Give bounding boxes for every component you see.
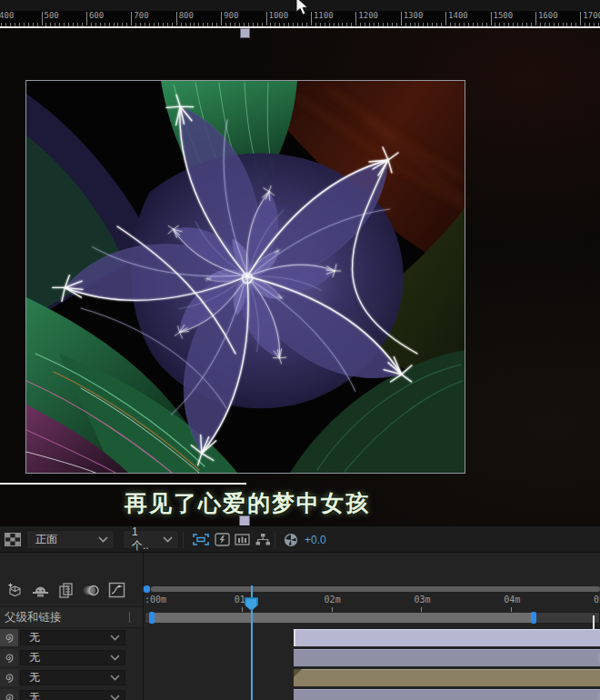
view-popup-value: 正面	[35, 532, 57, 547]
pickwhip-icon[interactable]	[0, 689, 18, 700]
parent-link-header: 父级和链接	[0, 606, 143, 628]
chevron-down-icon	[110, 695, 120, 700]
pickwhip-icon[interactable]	[0, 669, 18, 686]
region-of-interest-icon	[192, 533, 210, 546]
layer-row: 无	[0, 629, 143, 646]
view-popup[interactable]: 正面	[26, 530, 115, 549]
parent-dropdown[interactable]: 无	[20, 690, 125, 700]
mouse-cursor-icon	[292, 0, 308, 21]
parent-dropdown[interactable]: 无	[20, 630, 125, 645]
layer-bar[interactable]	[294, 629, 600, 646]
view-layout-popup[interactable]: 1 个..	[123, 530, 179, 549]
time-ruler[interactable]: :00m01m02m03m04m05	[143, 592, 600, 612]
chevron-down-icon	[110, 635, 120, 641]
work-area-end-handle[interactable]	[531, 612, 536, 624]
comp-end-marker	[593, 615, 595, 629]
composition-flowchart-button[interactable]	[255, 530, 271, 550]
toolbar-separator	[183, 532, 184, 548]
layer-bar[interactable]	[294, 669, 600, 686]
draft-3d-icon[interactable]	[5, 581, 25, 599]
flowchart-icon	[255, 533, 271, 546]
work-area-start-handle[interactable]	[149, 612, 155, 624]
layer-bar[interactable]	[294, 689, 600, 700]
pickwhip-icon[interactable]	[0, 629, 18, 646]
composition-viewer[interactable]: 再见了心爱的梦中女孩	[0, 28, 600, 525]
fractal-flower-image	[26, 81, 465, 473]
layer-row: 无	[0, 689, 143, 700]
timeline-right-pane: :00m01m02m03m04m05	[143, 553, 600, 700]
layout-popup-value: 1 个..	[132, 525, 157, 554]
work-area-bar[interactable]	[151, 612, 536, 624]
column-divider[interactable]	[129, 612, 130, 623]
fast-previews-button[interactable]	[215, 530, 230, 550]
timeline-toolbar	[2, 579, 126, 601]
after-effects-window: 4005006007008009001000110012001300140015…	[0, 0, 600, 700]
aperture-icon	[284, 533, 298, 547]
pickwhip-icon[interactable]	[0, 649, 18, 666]
layer-row: 无	[0, 669, 143, 686]
motion-blur-icon[interactable]	[82, 581, 101, 599]
layer-bound-line	[0, 483, 246, 485]
toolbar-separator	[275, 532, 275, 548]
parent-dropdown[interactable]: 无	[20, 650, 125, 665]
timeline-panel-icon	[235, 533, 250, 546]
layer-handle-top[interactable]	[240, 28, 250, 38]
shy-icon[interactable]	[31, 581, 50, 599]
chevron-down-icon	[110, 675, 120, 681]
graph-editor-icon[interactable]	[107, 581, 126, 599]
composition-toolbar: 正面 1 个..	[0, 525, 600, 553]
chevron-down-icon	[98, 536, 108, 543]
composition-image[interactable]	[25, 80, 465, 474]
timeline-button[interactable]	[235, 530, 250, 550]
reset-exposure-button[interactable]	[284, 530, 298, 550]
parent-dropdown[interactable]: 无	[20, 670, 125, 685]
chevron-down-icon	[110, 655, 120, 661]
subtitle-text: 再见了心爱的梦中女孩	[11, 488, 484, 518]
timeline-panel: 父级和链接 :00m01m02m03m04m05 无	[0, 552, 600, 700]
adjust-exposure-value[interactable]: +0.0	[305, 534, 326, 546]
region-of-interest-button[interactable]	[192, 530, 210, 550]
chevron-down-icon	[163, 536, 173, 543]
layer-row: 无	[0, 649, 143, 666]
frame-blending-icon[interactable]	[56, 581, 75, 599]
layer-bar[interactable]	[294, 649, 600, 666]
lightning-icon	[215, 533, 230, 546]
transparency-grid-button[interactable]	[5, 530, 21, 550]
